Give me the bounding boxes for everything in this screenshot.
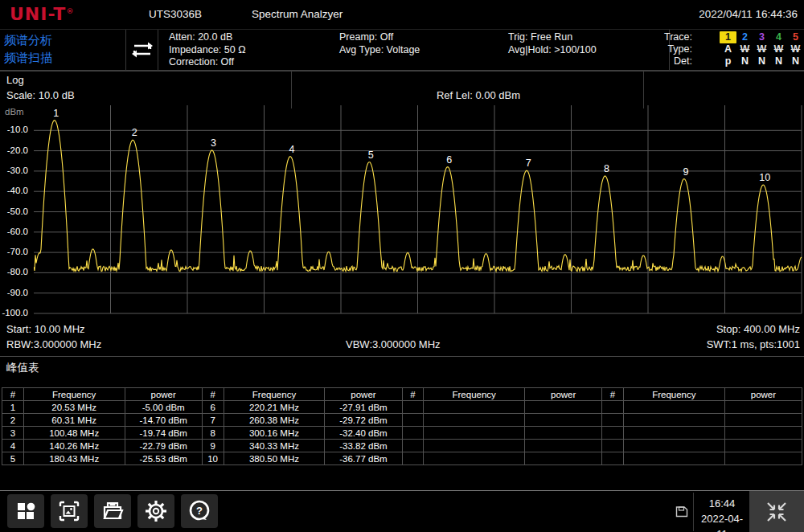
peak-table-cell: -25.53 dBm [125,452,202,465]
save-status-indicator [675,505,688,518]
peak-table-header: power [525,388,602,401]
peak-marker-label: 6 [446,154,452,166]
start-frequency-label: Start: 10.00 MHz [6,323,85,335]
toolbar-clock: 16:44 2022-04-11 [696,496,748,532]
peak-table-cell: -33.82 dBm [325,440,402,452]
y-axis-tick-labels: -10.0-20.0-30.0-40.0-50.0-60.0-70.0-80.0… [0,0,31,321]
floppy-disk-icon [675,505,688,518]
trace-type-value: W [770,43,787,55]
peak-table-header: # [402,388,424,401]
trace-status-panel: Trace:123456 Type:AWWWWW Det:pNNNNN [669,30,804,71]
settings-button[interactable] [137,494,174,528]
rbw-label: RBW:3.000000 MHz [6,338,101,350]
peak-marker-label: 4 [289,144,294,155]
peak-marker-label: 1 [53,108,59,119]
peak-table-cell: -14.70 dBm [125,414,202,427]
apps-grid-icon [15,501,36,522]
peak-marker-label: 3 [211,137,216,149]
y-axis-tick-label: -30.0 [0,166,28,175]
help-icon: ? [187,499,211,523]
peak-table-cell [602,401,624,414]
peak-table-cell [525,401,602,414]
trace-type-value: A [720,43,736,55]
chart-header-strip: Log Scale: 10.0 dB Ref Lel: 0.00 dBm [0,71,804,108]
help-button[interactable]: ? [181,494,218,528]
peak-table-cell: -29.72 dBm [325,414,402,427]
peak-table-cell: 9 [202,440,224,452]
screenshot-button[interactable] [51,494,88,528]
peak-table-cell: 7 [202,414,224,427]
input-settings-group: Atten: 20.0 dB Impedance: 50 Ω Correctio… [169,31,246,69]
peak-table-header: power [325,388,402,401]
peak-table-header: # [602,388,624,401]
registered-mark: ® [66,7,74,15]
trace-det-row: Det:pNNNNN [670,55,804,68]
trace-det-value: N [736,55,753,68]
peak-table-cell [424,401,525,414]
file-manager-button[interactable] [94,494,131,528]
y-axis-tick-label: -50.0 [0,207,28,216]
peak-table-cell: -32.40 dBm [325,427,402,440]
apps-menu-button[interactable] [7,494,44,528]
peak-table-header: Frequency [23,388,125,401]
peak-table-cell: 340.33 MHz [224,440,325,452]
peak-table-cell [724,440,802,452]
peak-table-cell [402,414,424,427]
peak-table-header: Frequency [623,388,724,401]
peak-table-cell: 20.53 MHz [23,401,125,414]
trace-select-3[interactable]: 3 [753,31,770,43]
spectrum-analyzer-screen: UNI-T® UTS3036B Spectrum Analzyer 2022/0… [0,0,804,532]
trace-number-row: Trace:123456 [670,31,804,43]
peak-marker-label: 2 [132,127,137,138]
trace-type-value: W [736,43,753,55]
peak-table-row: 120.53 MHz-5.00 dBm6220.21 MHz-27.91 dBm [2,401,802,414]
peak-table-cell: -5.00 dBm [125,401,202,414]
peak-table-cell: 10 [202,452,224,465]
file-folder-icon [101,500,124,522]
trace-det-value: N [753,55,770,68]
peak-table-cell: -22.79 dBm [125,440,202,452]
peak-table-cell [623,440,724,452]
peak-table-cell [525,427,602,440]
peak-table-cell [424,440,525,452]
continuous-sweep-button[interactable] [126,30,158,71]
peak-table-cell: 100.48 MHz [23,427,125,440]
peak-table-cell [623,427,724,440]
strip-divider [643,71,644,108]
peak-table-cell [724,427,802,440]
model-number: UTS3036B [149,8,202,20]
peak-table-cell [724,414,802,427]
trace-select-2[interactable]: 2 [736,31,753,43]
peak-table-cell [623,414,724,427]
peak-table-cell [402,427,424,440]
peak-table-cell [424,414,525,427]
peak-table-cell [424,427,525,440]
peak-table-cell: -19.74 dBm [125,427,202,440]
peak-table-cell: 380.50 MHz [224,452,325,465]
settings-gear-icon [145,500,167,522]
trace-type-value: W [787,43,804,55]
trace-select-1[interactable]: 1 [720,31,736,43]
peak-table-cell: 260.38 MHz [224,414,325,427]
peak-table-cell [724,452,802,465]
peak-table-cell: -36.77 dBm [325,452,402,465]
peak-table-cell: 8 [202,427,224,440]
peak-table-cell [525,414,602,427]
peak-table-row: 5180.43 MHz-25.53 dBm10380.50 MHz-36.77 … [2,452,802,465]
trace-select-4[interactable]: 4 [770,31,787,43]
peak-table-cell [602,427,624,440]
peak-marker-label: 8 [604,163,609,174]
collapse-view-button[interactable] [749,491,804,532]
peak-table-cell [623,452,724,465]
trace-select-5[interactable]: 5 [787,31,804,43]
y-axis-tick-label: -10.0 [0,125,28,134]
peak-table-header: Frequency [424,388,525,401]
spectrum-plot: 12345678910 [34,105,802,316]
trace-det-value: N [787,55,804,68]
peak-table-title: 峰值表 [6,361,39,375]
peak-table-cell: 300.16 MHz [224,427,325,440]
peak-table-cell: 220.21 MHz [224,401,325,414]
bottom-toolbar: ? 16:44 2022-04-11 [0,490,804,532]
peak-table-cell: 140.26 MHz [23,440,125,452]
svg-text:?: ? [196,505,203,517]
